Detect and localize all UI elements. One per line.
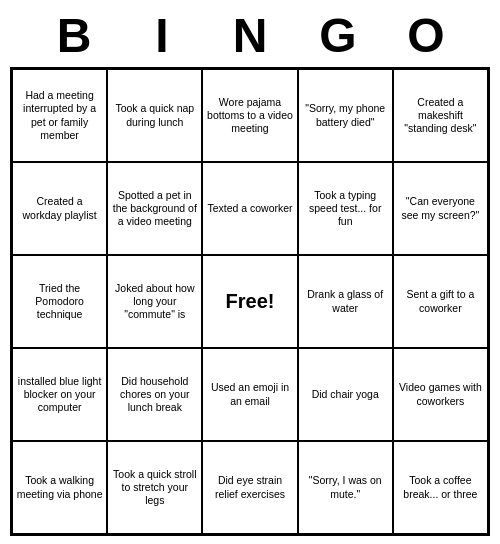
bingo-cell-19[interactable]: Video games with coworkers [393,348,488,441]
bingo-title: BINGO [8,8,492,63]
bingo-cell-11[interactable]: Joked about how long your "commute" is [107,255,202,348]
bingo-grid: Had a meeting interrupted by a pet or fa… [10,67,490,536]
bingo-cell-21[interactable]: Took a quick stroll to stretch your legs [107,441,202,534]
bingo-cell-20[interactable]: Took a walking meeting via phone [12,441,107,534]
title-letter-g: G [294,8,382,63]
bingo-cell-13[interactable]: Drank a glass of water [298,255,393,348]
title-letter-i: I [118,8,206,63]
bingo-cell-1[interactable]: Took a quick nap during lunch [107,69,202,162]
bingo-cell-14[interactable]: Sent a gift to a coworker [393,255,488,348]
bingo-cell-12[interactable]: Free! [202,255,297,348]
bingo-cell-7[interactable]: Texted a coworker [202,162,297,255]
bingo-cell-10[interactable]: Tried the Pomodoro technique [12,255,107,348]
bingo-cell-15[interactable]: installed blue light blocker on your com… [12,348,107,441]
bingo-cell-3[interactable]: "Sorry, my phone battery died" [298,69,393,162]
bingo-cell-5[interactable]: Created a workday playlist [12,162,107,255]
bingo-cell-2[interactable]: Wore pajama bottoms to a video meeting [202,69,297,162]
title-letter-b: B [30,8,118,63]
bingo-cell-8[interactable]: Took a typing speed test... for fun [298,162,393,255]
bingo-cell-0[interactable]: Had a meeting interrupted by a pet or fa… [12,69,107,162]
title-letter-n: N [206,8,294,63]
title-letter-o: O [382,8,470,63]
bingo-cell-22[interactable]: Did eye strain relief exercises [202,441,297,534]
bingo-cell-17[interactable]: Used an emoji in an email [202,348,297,441]
bingo-cell-18[interactable]: Did chair yoga [298,348,393,441]
bingo-cell-23[interactable]: "Sorry, I was on mute." [298,441,393,534]
bingo-cell-4[interactable]: Created a makeshift "standing desk" [393,69,488,162]
bingo-cell-24[interactable]: Took a coffee break... or three [393,441,488,534]
bingo-cell-9[interactable]: "Can everyone see my screen?" [393,162,488,255]
bingo-cell-16[interactable]: Did household chores on your lunch break [107,348,202,441]
bingo-cell-6[interactable]: Spotted a pet in the background of a vid… [107,162,202,255]
